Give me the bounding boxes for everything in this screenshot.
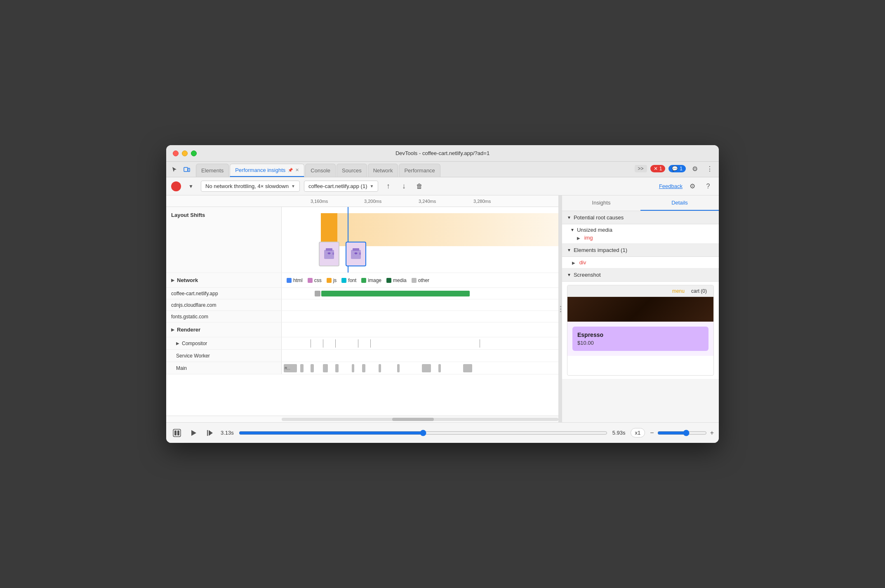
- tick-2: [323, 339, 323, 348]
- compositor-label: ▶ Compositor: [166, 337, 282, 349]
- css-legend-dot: [308, 278, 313, 283]
- tab-sources[interactable]: Sources: [337, 164, 367, 177]
- unsized-media-label: Unsized media: [577, 227, 612, 233]
- tab-insights[interactable]: Insights: [562, 195, 640, 211]
- chevron-down-icon: ▼: [570, 228, 574, 232]
- info-icon: 💬: [672, 166, 678, 172]
- svg-rect-0: [184, 167, 188, 172]
- div-section: ▶ div: [562, 257, 719, 268]
- chevron-down-icon: ▼: [291, 184, 295, 188]
- svg-marker-11: [191, 430, 196, 436]
- main-task-3: [311, 364, 314, 372]
- image-legend-dot: [361, 278, 366, 283]
- error-count: 1: [659, 166, 662, 172]
- main-text: Main: [176, 365, 187, 371]
- service-worker-label: Service Worker: [166, 350, 282, 362]
- minimize-button[interactable]: [182, 151, 188, 156]
- time-mark-3: 3,240ms: [419, 199, 436, 204]
- tab-performance-insights[interactable]: Performance insights 📌 ✕: [230, 164, 304, 177]
- tab-elements[interactable]: Elements: [196, 164, 229, 177]
- network-throttle-dropdown[interactable]: No network throttling, 4× slowdown ▼: [201, 181, 300, 192]
- help-icon[interactable]: ?: [702, 181, 714, 192]
- main-task-2: [300, 364, 304, 372]
- timeline-slider[interactable]: [239, 430, 607, 436]
- network-row-3-label: fonts.gstatic.com: [166, 311, 282, 322]
- elements-impacted-header[interactable]: ▼ Elements impacted (1): [562, 244, 719, 257]
- tab-performance[interactable]: Performance: [399, 164, 440, 177]
- network-row-2-label: cdnjs.cloudflare.com: [166, 299, 282, 310]
- tab-close-icon[interactable]: ✕: [295, 167, 299, 173]
- tab-network[interactable]: Network: [368, 164, 398, 177]
- renderer-track: [282, 322, 558, 337]
- scrollbar-thumb[interactable]: [392, 418, 434, 421]
- time-ruler: 3,160ms 3,200ms 3,240ms 3,280ms: [166, 195, 558, 207]
- main-label: Main: [166, 362, 282, 374]
- upload-icon[interactable]: ↑: [382, 181, 394, 192]
- timeline-body[interactable]: Layout Shifts: [166, 207, 558, 416]
- error-badge[interactable]: ✕ 1: [650, 165, 666, 172]
- div-link[interactable]: div: [579, 259, 586, 266]
- tab-details[interactable]: Details: [640, 195, 719, 211]
- hero-image: [567, 297, 713, 322]
- more-tabs-button[interactable]: >>: [635, 165, 647, 172]
- close-button[interactable]: [173, 151, 179, 156]
- main-task-10: [422, 364, 431, 372]
- zoom-out-icon[interactable]: −: [650, 429, 654, 437]
- unsized-media-header[interactable]: ▼ Unsized media: [570, 227, 714, 233]
- right-panel: Insights Details ▼ Potential root causes…: [562, 195, 719, 422]
- svg-marker-13: [209, 430, 213, 436]
- delete-icon[interactable]: 🗑: [414, 181, 425, 192]
- devtools-window: DevTools - coffee-cart.netlify.app/?ad=1…: [166, 145, 719, 443]
- url-selector-dropdown[interactable]: coffee-cart.netlify.app (1) ▼: [304, 181, 379, 192]
- network-host-3: fonts.gstatic.com: [171, 314, 208, 320]
- feedback-link[interactable]: Feedback: [659, 183, 683, 189]
- screenshot-product-area: Espresso $10.00: [567, 322, 713, 356]
- screenshot-section: menu cart (0) Espresso $10.00: [562, 282, 719, 379]
- skip-to-start-button[interactable]: [204, 427, 216, 439]
- service-worker-row: Service Worker: [166, 350, 558, 362]
- zoom-slider[interactable]: [657, 430, 707, 436]
- speed-badge[interactable]: x1: [631, 428, 645, 437]
- cursor-icon[interactable]: [169, 165, 179, 174]
- network-row-1-label: coffee-cart.netlify.app: [166, 288, 282, 299]
- title-bar: DevTools - coffee-cart.netlify.app/?ad=1: [166, 145, 719, 162]
- record-button[interactable]: [171, 181, 181, 191]
- screenshot-label: Screenshot: [574, 272, 601, 278]
- network-bar-pre: [315, 291, 320, 296]
- more-options-icon[interactable]: ⋮: [704, 163, 716, 174]
- scrollbar-track[interactable]: [282, 418, 558, 421]
- img-expand-icon: ▶: [577, 236, 580, 240]
- play-button[interactable]: [188, 427, 199, 439]
- compositor-text: Compositor: [182, 341, 207, 346]
- tab-bar: Elements Performance insights 📌 ✕ Consol…: [166, 162, 719, 177]
- js-legend-dot: [327, 278, 332, 283]
- legend-html: html: [287, 278, 303, 283]
- panel-divider[interactable]: [559, 195, 562, 422]
- tab-console[interactable]: Console: [305, 164, 336, 177]
- device-toolbar-icon[interactable]: [182, 165, 192, 174]
- traffic-lights: [173, 151, 197, 156]
- network-row-2: cdnjs.cloudflare.com: [166, 299, 558, 311]
- maximize-button[interactable]: [191, 151, 197, 156]
- zoom-in-icon[interactable]: +: [710, 429, 714, 437]
- legend-js: js: [327, 278, 337, 283]
- layout-shifts-label: Layout Shifts: [166, 207, 282, 273]
- screenshot-replay-icon[interactable]: [171, 427, 183, 439]
- img-link[interactable]: img: [584, 235, 593, 241]
- time-mark-1: 3,160ms: [311, 199, 328, 204]
- tab-bar-controls: [169, 165, 192, 177]
- network-legend-track: html css js font: [282, 273, 558, 287]
- main-task-6: [352, 364, 354, 372]
- service-worker-text: Service Worker: [176, 353, 210, 359]
- info-badge[interactable]: 💬 1: [668, 165, 686, 172]
- settings-gear-icon[interactable]: ⚙: [687, 181, 698, 192]
- dropdown-arrow-icon[interactable]: ▼: [185, 181, 197, 192]
- timeline-panel: 3,160ms 3,200ms 3,240ms 3,280ms Layout S…: [166, 195, 559, 422]
- screenshot-header[interactable]: ▼ Screenshot: [562, 268, 719, 282]
- legend-font: font: [341, 278, 356, 283]
- screenshot-nav-cart: cart (0): [691, 288, 707, 294]
- download-icon[interactable]: ↓: [398, 181, 410, 192]
- pin-icon: 📌: [288, 168, 293, 172]
- settings-icon[interactable]: ⚙: [689, 163, 701, 174]
- potential-root-causes-header[interactable]: ▼ Potential root causes: [562, 211, 719, 224]
